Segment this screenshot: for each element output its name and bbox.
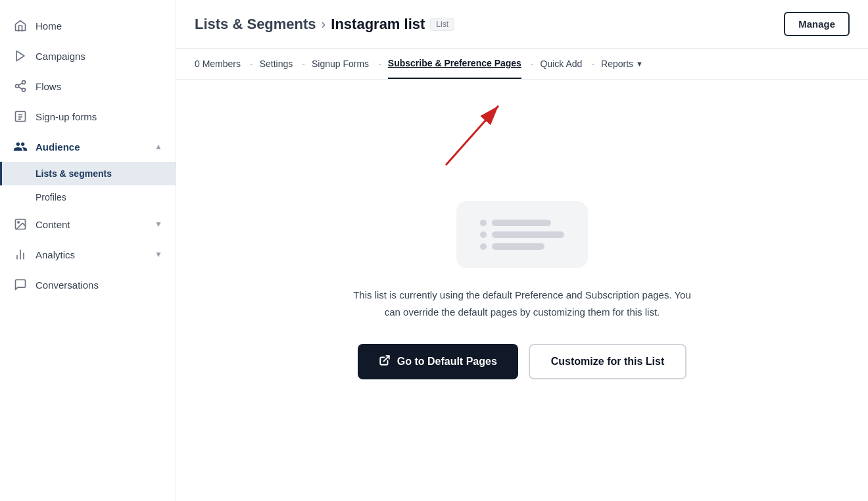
tab-quick-add[interactable]: Quick Add [541,49,583,78]
page-header: Lists & Segments › Instagram list List M… [176,0,868,49]
sidebar-item-label: Flows [36,81,61,92]
analytics-icon [13,247,28,262]
skeleton-dot [480,243,487,250]
empty-illustration [456,201,588,268]
sidebar-item-label: Campaigns [36,51,85,62]
skeleton-bar [492,220,551,226]
svg-line-17 [383,356,389,361]
sidebar-item-label: Content [36,219,70,230]
tab-settings[interactable]: Settings [260,49,293,78]
customize-for-list-button[interactable]: Customize for this List [529,344,687,379]
sidebar-item-label: Analytics [36,249,75,260]
main-content: Lists & Segments › Instagram list List M… [176,0,868,501]
sidebar-item-profiles[interactable]: Profiles [0,185,176,209]
sidebar-item-home[interactable]: Home [0,11,176,41]
sidebar-item-lists-segments[interactable]: Lists & segments [0,162,176,185]
audience-icon [13,139,28,154]
reports-dropdown-icon: ▼ [636,60,643,68]
breadcrumb-parent[interactable]: Lists & Segments [195,16,316,33]
cta-buttons: Go to Default Pages Customize for this L… [358,344,687,379]
svg-marker-0 [16,51,24,61]
tab-members[interactable]: 0 Members [195,49,241,78]
content-icon [13,217,28,231]
skeleton-bar [492,231,564,238]
audience-submenu: Lists & segments Profiles [0,162,176,209]
tab-reports[interactable]: Reports ▼ [601,49,643,78]
skeleton-bar [492,243,544,250]
profiles-label: Profiles [36,192,66,203]
skeleton-row-2 [480,231,564,238]
skeleton-dot [480,231,487,238]
breadcrumb-separator: › [322,16,326,32]
tab-subscribe-preference[interactable]: Subscribe & Preference Pages [388,49,521,79]
list-badge: List [430,18,454,31]
flows-icon [13,79,28,93]
sidebar-item-label: Conversations [36,279,99,291]
sidebar-item-analytics[interactable]: Analytics ▼ [0,239,176,270]
home-icon [13,18,28,33]
content-area: This list is currently using the default… [176,80,868,501]
manage-button[interactable]: Manage [784,12,850,36]
btn-primary-label: Go to Default Pages [397,356,497,368]
sidebar-item-content[interactable]: Content ▼ [0,209,176,239]
chevron-down-icon: ▼ [155,250,162,259]
skeleton-dot [480,220,487,226]
sidebar-item-label: Home [36,20,62,32]
sidebar-item-signup-forms[interactable]: Sign-up forms [0,101,176,131]
signup-icon [13,109,28,124]
svg-line-5 [18,83,22,85]
skeleton-row-3 [480,243,564,250]
external-link-icon [379,354,391,369]
chevron-down-icon: ▼ [155,220,162,229]
tab-bar: 0 Members - Settings - Signup Forms - Su… [176,49,868,80]
chevron-up-icon: ▲ [155,142,162,151]
breadcrumb: Lists & Segments › Instagram list List [195,16,454,33]
lists-segments-label: Lists & segments [36,168,112,179]
svg-line-4 [18,87,22,89]
arrow-annotation [426,93,518,174]
sidebar-item-flows[interactable]: Flows [0,71,176,101]
svg-point-11 [18,222,19,224]
skeleton-row-1 [480,220,564,226]
sidebar-item-conversations[interactable]: Conversations [0,270,176,300]
campaigns-icon [13,49,28,63]
breadcrumb-current: Instagram list [331,16,425,33]
svg-line-16 [446,106,498,165]
sidebar-item-campaigns[interactable]: Campaigns [0,41,176,71]
empty-state-description: This list is currently using the default… [345,287,700,320]
conversations-icon [13,277,28,292]
go-to-default-pages-button[interactable]: Go to Default Pages [358,344,518,379]
sidebar-item-label: Sign-up forms [36,111,97,122]
tab-signup-forms[interactable]: Signup Forms [312,49,369,78]
sidebar-item-label: Audience [36,141,80,153]
sidebar: Home Campaigns Flows Sign-up forms [0,0,176,501]
sidebar-item-audience[interactable]: Audience ▲ [0,131,176,162]
